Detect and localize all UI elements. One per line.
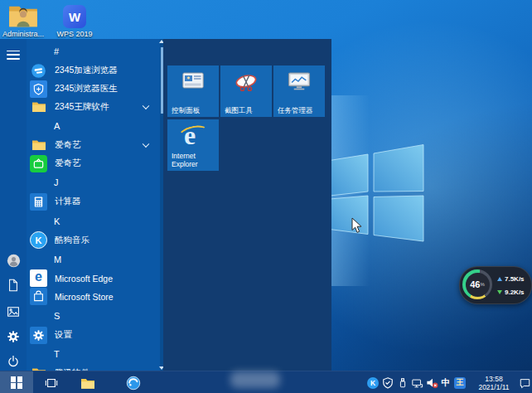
start-button[interactable] <box>0 371 33 393</box>
file-explorer-icon <box>80 376 95 390</box>
app-folder-iqiyi[interactable]: 爱奇艺 <box>27 136 160 154</box>
upload-arrow-icon <box>497 277 502 281</box>
net-speed-widget[interactable]: 46% 7.5K/s 9.2K/s <box>459 266 532 304</box>
store-icon <box>30 288 47 305</box>
download-arrow-icon <box>497 290 502 294</box>
clock-date: 2021/1/11 <box>478 383 509 391</box>
desktop-icon-label: Administra... <box>2 30 45 38</box>
gear-icon <box>30 327 47 344</box>
tile-label: 截图工具 <box>225 106 269 114</box>
app-item-2345-browser-doctor[interactable]: 2345浏览器医生 <box>27 80 160 98</box>
app-list-section-header[interactable]: A <box>27 116 160 137</box>
action-center-button[interactable] <box>518 376 531 390</box>
2345-browser-button[interactable] <box>124 371 143 393</box>
app-folder-2345-software[interactable]: 2345王牌软件 <box>27 98 160 116</box>
file-explorer-button[interactable] <box>80 371 96 393</box>
folder-icon <box>30 365 47 371</box>
tile-label: 控制面板 <box>172 106 216 114</box>
app-item-label: Microsoft Store <box>55 292 114 302</box>
app-list-section-header[interactable]: M <box>27 250 160 270</box>
internet-explorer-icon: e <box>167 124 219 153</box>
user-account-button[interactable] <box>6 253 21 268</box>
gauge-percent-unit: % <box>480 282 484 287</box>
expand-menu-button[interactable] <box>6 47 21 62</box>
pictures-icon <box>7 305 20 318</box>
tile-task-manager[interactable]: 任务管理器 <box>273 66 325 117</box>
app-item-kugou-music[interactable]: K 酷狗音乐 <box>27 231 160 250</box>
app-item-microsoft-edge[interactable]: e Microsoft Edge <box>27 269 160 288</box>
tray-volume-muted-icon[interactable] <box>425 376 438 390</box>
2345-browser-icon <box>126 376 141 391</box>
tile-internet-explorer[interactable]: e Internet Explorer <box>167 119 219 171</box>
gear-icon <box>7 330 20 343</box>
start-app-list: # 2345加速浏览器 2345浏览 <box>27 39 160 371</box>
app-list-section-header[interactable]: J <box>27 172 160 193</box>
pictures-button[interactable] <box>6 304 21 319</box>
power-icon <box>7 355 20 368</box>
folder-icon <box>30 98 47 115</box>
app-item-calculator[interactable]: 计算器 <box>27 192 160 211</box>
download-speed-row: 9.2K/s <box>497 285 525 298</box>
hamburger-icon <box>7 51 20 60</box>
control-panel-icon <box>167 72 219 89</box>
task-view-button[interactable] <box>43 371 60 393</box>
tile-snipping-tool[interactable]: 截图工具 <box>220 66 272 117</box>
app-folder-tencent-software[interactable]: 腾讯软件 <box>27 364 160 371</box>
upload-speed: 7.5K/s <box>505 275 525 283</box>
desktop-icon-wps-2019[interactable]: W WPS 2019 <box>53 4 96 38</box>
app-item-iqiyi[interactable]: 爱奇艺 <box>27 154 160 172</box>
kugou-k-glyph: K <box>36 235 42 245</box>
app-item-2345-speed-browser[interactable]: 2345加速浏览器 <box>27 62 160 80</box>
memory-gauge[interactable]: 46% <box>462 269 492 299</box>
windows-logo-wallpaper <box>326 139 429 247</box>
app-item-label: 2345加速浏览器 <box>55 65 118 76</box>
folder-icon <box>30 137 47 154</box>
download-speed: 9.2K/s <box>505 289 525 296</box>
desktop-icon-administrator[interactable]: Administra... <box>2 4 45 38</box>
wps-w-glyph: W <box>69 10 80 24</box>
chevron-down-icon <box>143 103 149 109</box>
tray-kugou-icon[interactable]: K <box>366 376 380 390</box>
tray-usb-icon[interactable] <box>396 376 409 390</box>
tray-security-shield-icon[interactable] <box>381 376 394 390</box>
ime-glyph: 中 <box>442 377 451 389</box>
app-list-section-header[interactable]: K <box>27 211 160 231</box>
app-item-microsoft-store[interactable]: Microsoft Store <box>27 288 160 306</box>
app-item-label: 爱奇艺 <box>55 158 81 169</box>
edge-icon: e <box>30 269 47 287</box>
iqiyi-icon <box>30 155 47 172</box>
app-item-label: 设置 <box>55 329 72 341</box>
windows-desktop: Administra... W WPS 2019 <box>0 0 532 393</box>
taskbar-watermark-blur <box>230 371 280 388</box>
edge-e-glyph: e <box>35 269 42 284</box>
2345-speed-browser-icon <box>30 62 47 80</box>
app-item-label: 2345王牌软件 <box>55 101 109 113</box>
clock-time: 13:58 <box>485 375 502 383</box>
snipping-tool-icon <box>220 72 272 92</box>
ie-swoosh <box>177 123 211 146</box>
app-list-section-header[interactable]: S <box>27 306 160 327</box>
upload-speed-row: 7.5K/s <box>497 272 525 285</box>
wps-icon: W <box>63 5 86 28</box>
kugou-k-glyph: K <box>370 379 375 387</box>
power-button[interactable] <box>6 354 21 369</box>
task-view-icon <box>45 376 58 390</box>
start-menu: # 2345加速浏览器 2345浏览 <box>0 39 331 371</box>
windows-logo-icon <box>11 376 23 389</box>
tile-control-panel[interactable]: 控制面板 <box>167 66 219 117</box>
action-center-icon <box>519 377 531 389</box>
wang-glyph: 王 <box>457 377 464 388</box>
user-folder-icon <box>7 4 39 29</box>
tray-2345-wang-icon[interactable]: 王 <box>453 376 467 390</box>
app-list-section-header[interactable]: T <box>27 344 160 365</box>
documents-button[interactable] <box>6 278 21 293</box>
taskbar-clock[interactable]: 13:58 2021/1/11 <box>471 371 517 393</box>
tray-network-icon[interactable] <box>410 376 423 390</box>
task-manager-icon <box>273 72 325 91</box>
calculator-icon <box>30 193 47 211</box>
settings-button[interactable] <box>6 329 21 344</box>
app-item-settings[interactable]: 设置 <box>27 326 160 344</box>
desktop-icon-label: WPS 2019 <box>53 30 96 38</box>
tray-input-method-indicator[interactable]: 中 <box>439 376 452 390</box>
app-list-section-header[interactable]: # <box>27 41 160 62</box>
